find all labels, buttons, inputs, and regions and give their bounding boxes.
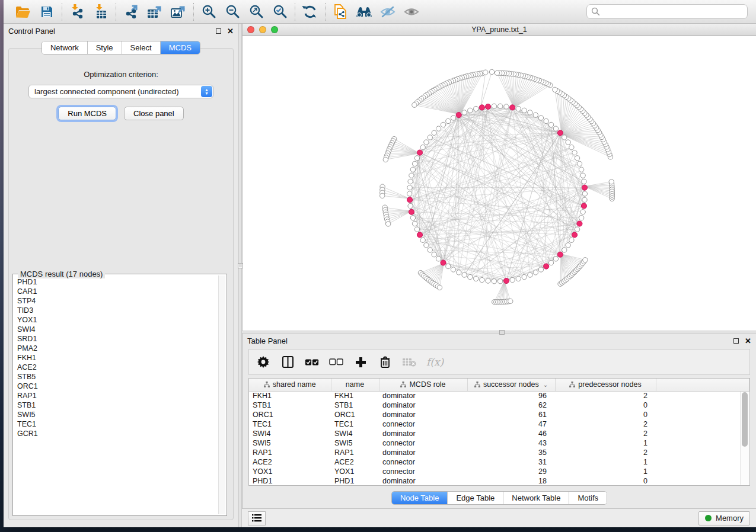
graph-node[interactable] xyxy=(538,267,543,272)
graph-node[interactable] xyxy=(420,238,425,242)
table-row[interactable]: ACE2ACE2connector311 xyxy=(249,457,749,467)
graph-node[interactable] xyxy=(566,140,570,145)
graph-node[interactable] xyxy=(380,193,385,198)
show-all-icon[interactable] xyxy=(403,3,420,21)
graph-node[interactable] xyxy=(533,270,538,275)
graph-hub-node[interactable] xyxy=(510,105,515,110)
list-item[interactable]: STP4 xyxy=(17,296,218,306)
graph-node[interactable] xyxy=(428,248,432,252)
graph-node[interactable] xyxy=(441,122,445,127)
table-row[interactable]: SWI5SWI5connector431 xyxy=(249,438,749,448)
table-row[interactable]: STB1STB1dominator620 xyxy=(249,400,749,410)
list-item[interactable]: ORC1 xyxy=(17,382,218,391)
graph-node[interactable] xyxy=(528,110,532,115)
mcds-list-scrollbar[interactable] xyxy=(218,275,225,514)
graph-node[interactable] xyxy=(572,150,577,155)
graph-node[interactable] xyxy=(495,70,499,75)
table-row[interactable]: PHD1PHD1dominator180 xyxy=(249,476,749,486)
graph-node[interactable] xyxy=(497,279,502,284)
criterion-select[interactable]: largest connected component (undirected)… xyxy=(28,85,213,98)
delete-table-icon[interactable] xyxy=(402,355,416,369)
table-close-panel-icon[interactable]: ✕ xyxy=(745,338,751,344)
list-item[interactable]: SWI4 xyxy=(17,325,218,334)
column-header-shared-name[interactable]: shared name xyxy=(249,379,331,391)
table-tab-edge-table[interactable]: Edge Table xyxy=(447,492,503,504)
graph-hub-node[interactable] xyxy=(417,232,422,238)
graph-node[interactable] xyxy=(410,216,415,220)
table-row[interactable]: SWI4SWI4dominator462 xyxy=(249,429,749,438)
graph-node[interactable] xyxy=(412,102,417,107)
vertical-splitter[interactable] xyxy=(238,24,242,527)
table-scrollbar[interactable] xyxy=(740,392,749,485)
graph-node[interactable] xyxy=(468,274,473,279)
graph-node[interactable] xyxy=(582,191,587,196)
graph-node[interactable] xyxy=(538,116,543,120)
table-scrollbar-thumb[interactable] xyxy=(742,392,748,447)
hide-selected-icon[interactable] xyxy=(379,3,397,21)
graph-node[interactable] xyxy=(580,210,585,214)
list-item[interactable]: PHD1 xyxy=(17,277,218,287)
graph-node[interactable] xyxy=(575,227,579,232)
graph-hub-node[interactable] xyxy=(485,104,490,109)
column-header-successor-nodes[interactable]: successor nodes⌄ xyxy=(467,379,555,391)
list-item[interactable]: CAR1 xyxy=(17,287,218,296)
select-all-icon[interactable] xyxy=(305,355,319,369)
table-tab-motifs[interactable]: Motifs xyxy=(569,492,607,504)
graph-node[interactable] xyxy=(569,238,574,242)
graph-node[interactable] xyxy=(437,285,442,290)
graph-node[interactable] xyxy=(407,191,412,196)
list-item[interactable]: STB5 xyxy=(17,372,218,382)
export-image-icon[interactable] xyxy=(170,3,187,21)
graph-node[interactable] xyxy=(579,167,583,172)
graph-node[interactable] xyxy=(508,299,513,303)
graph-node[interactable] xyxy=(553,126,558,131)
graph-node[interactable] xyxy=(414,227,419,232)
tab-select[interactable]: Select xyxy=(122,41,160,54)
graph-hub-node[interactable] xyxy=(441,260,446,265)
graph-node[interactable] xyxy=(412,221,417,226)
graph-node[interactable] xyxy=(582,179,586,184)
show-columns-icon[interactable] xyxy=(280,355,295,369)
graph-node[interactable] xyxy=(414,156,419,161)
graph-hub-node[interactable] xyxy=(582,185,587,190)
graph-node[interactable] xyxy=(412,161,417,166)
graph-hub-node[interactable] xyxy=(456,113,461,118)
list-item[interactable]: TID3 xyxy=(17,306,218,315)
graph-hub-node[interactable] xyxy=(479,105,484,110)
graph-node[interactable] xyxy=(548,260,553,265)
graph-node[interactable] xyxy=(553,257,558,261)
table-tab-network-table[interactable]: Network Table xyxy=(503,492,569,504)
graph-node[interactable] xyxy=(457,270,461,275)
export-table-icon[interactable] xyxy=(146,3,164,21)
graph-node[interactable] xyxy=(436,257,441,261)
search-input[interactable] xyxy=(586,4,748,19)
graph-node[interactable] xyxy=(566,243,570,248)
graph-hub-node[interactable] xyxy=(557,130,563,136)
table-row[interactable]: FKH1FKH1dominator962 xyxy=(249,391,749,400)
horizontal-splitter[interactable] xyxy=(242,331,756,334)
first-neighbors-icon[interactable] xyxy=(355,3,373,21)
graph-node[interactable] xyxy=(516,276,521,281)
graph-node[interactable] xyxy=(383,157,388,162)
list-item[interactable]: STB1 xyxy=(17,400,218,410)
graph-node[interactable] xyxy=(562,135,567,140)
zoom-out-icon[interactable] xyxy=(224,3,241,21)
graph-node[interactable] xyxy=(609,180,614,184)
save-session-icon[interactable] xyxy=(38,3,56,21)
graph-node[interactable] xyxy=(468,108,473,113)
task-history-button[interactable] xyxy=(248,511,266,525)
graph-node[interactable] xyxy=(580,173,585,178)
graph-node[interactable] xyxy=(492,104,496,108)
tab-mcds[interactable]: MCDS xyxy=(160,41,200,54)
graph-node[interactable] xyxy=(522,274,527,279)
graph-node[interactable] xyxy=(462,110,467,115)
graph-node[interactable] xyxy=(528,273,532,277)
deselect-all-icon[interactable] xyxy=(329,355,343,369)
graph-node[interactable] xyxy=(408,203,413,208)
graph-node[interactable] xyxy=(577,161,582,166)
column-header-name[interactable]: name xyxy=(331,379,379,391)
open-file-icon[interactable] xyxy=(14,3,32,21)
graph-node[interactable] xyxy=(408,179,413,184)
table-float-panel-icon[interactable] xyxy=(733,338,739,344)
tab-style[interactable]: Style xyxy=(87,41,122,54)
